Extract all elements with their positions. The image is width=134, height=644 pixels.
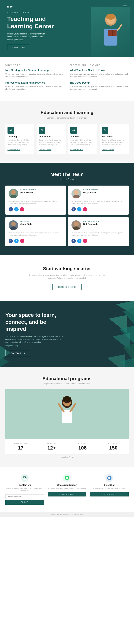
- whatsapp-icon: [64, 476, 70, 480]
- feature-title-1: New Strategies for Teacher Learning: [5, 69, 64, 72]
- programs-person-svg: [51, 392, 83, 439]
- svg-marker-23: [120, 326, 134, 344]
- twitter-icon-bob[interactable]: t: [14, 207, 18, 212]
- live-chat-button[interactable]: LIVE CHART: [90, 492, 129, 496]
- edu-card-text-2: Sample text. Click to select the text bo…: [39, 139, 64, 146]
- team-info-mary: COACH MEMBER Mary Smith: [83, 189, 99, 194]
- team-subtitle: Image by Freepik: [5, 178, 129, 180]
- inspire-contact-button[interactable]: CONTACT US: [5, 350, 30, 356]
- edu-card-num-2: 02: [39, 127, 46, 134]
- inspire-title: Your space to learn, connect, and be ins…: [5, 312, 66, 332]
- footer-section: Contact Us Dignissim sodales ut eu sem. …: [0, 467, 134, 512]
- learn-more-1[interactable]: LEARN MORE: [8, 149, 20, 150]
- team-desc-bob: Glue amet lorem dolore molestie amet id …: [8, 200, 62, 205]
- stat-projects: PROJECTS 150: [98, 439, 129, 454]
- team-avatar-mary: [72, 189, 81, 198]
- team-social-mary: f t i: [72, 207, 126, 212]
- twitter-icon-jonh[interactable]: t: [14, 239, 18, 243]
- team-social-bob: f t i: [8, 207, 62, 212]
- instagram-icon-jonh[interactable]: i: [20, 239, 24, 243]
- whatsapp-button[interactable]: +51-345-678-89689: [48, 492, 86, 496]
- learn-more-3[interactable]: LEARN MORE: [70, 149, 83, 150]
- whatsapp-icon-wrap: [63, 474, 71, 482]
- team-avatar-bob: [8, 189, 18, 198]
- edu-card-text-1: Sample text. Click to select the text bo…: [8, 139, 32, 146]
- svg-marker-29: [0, 356, 9, 367]
- stat-clients: CLIENTS 108: [67, 439, 98, 454]
- instagram-icon-nat[interactable]: i: [83, 239, 87, 243]
- team-info-nat: PHOTOGRAPHER Nat Reynolds: [83, 220, 99, 226]
- programs-section: Educational programs Dignissim sodales u…: [0, 367, 134, 467]
- team-card-mary: COACH MEMBER Mary Smith Glue amet lorem …: [68, 186, 129, 215]
- svg-marker-21: [123, 308, 134, 324]
- svg-point-15: [11, 222, 16, 226]
- footer-livechat-col: Live Chat The fastest way to get in touc…: [90, 474, 129, 505]
- what-we-do-left: WHAT WE DO New Strategies for Teacher Le…: [5, 64, 64, 94]
- feature-text-2: Ut enim ad minim veniam, quis nostrud ex…: [5, 85, 64, 90]
- contact-icon: [22, 476, 27, 480]
- svg-point-40: [74, 403, 76, 404]
- team-role-nat: PHOTOGRAPHER: [83, 220, 99, 222]
- learn-more-4[interactable]: LEARN MORE: [102, 149, 114, 150]
- twitter-icon-nat[interactable]: t: [77, 239, 82, 243]
- edu-card-4: 04 Resources Sample text. Click to selec…: [100, 124, 129, 154]
- team-card-header-jonh: MANAGER Jonh Rich: [8, 220, 62, 230]
- footer-livechat-title: Live Chat: [90, 484, 129, 486]
- instagram-icon-mary[interactable]: i: [83, 207, 87, 212]
- feature-text-1: Ut enim ad minim veniam, quis nostrud ex…: [5, 73, 64, 78]
- edu-card-2: 02 Innovations Sample text. Click to sel…: [37, 124, 66, 154]
- hero-person-image: [91, 7, 130, 57]
- instagram-icon-bob[interactable]: i: [20, 207, 24, 212]
- svg-line-5: [118, 25, 122, 31]
- smarter-title: Start working smarter: [5, 266, 129, 272]
- facebook-icon-bob[interactable]: f: [8, 207, 13, 212]
- edu-card-text-4: Sample text. Click to select the text bo…: [102, 139, 126, 146]
- footer-contact-text: Dignissim sodales ut eu sem. Amet luctus…: [5, 488, 44, 492]
- team-info-bob: COACH MEMBER Bob Brown: [20, 189, 36, 194]
- email-input[interactable]: [5, 494, 44, 499]
- team-card-nat: PHOTOGRAPHER Nat Reynolds Glue amet lore…: [68, 217, 129, 246]
- discover-button[interactable]: DISCOVER MORE: [52, 284, 82, 290]
- stat-awards-label: AWARDS WON: [7, 442, 34, 444]
- education-section: Education and Learning Learning is somet…: [0, 101, 134, 163]
- svg-point-9: [11, 190, 16, 195]
- team-desc-nat: Glue amet lorem dolore molestie amet id …: [72, 232, 126, 237]
- svg-marker-22: [109, 315, 127, 333]
- learn-more-2[interactable]: LEARN MORE: [39, 149, 52, 150]
- feature-text-4: Ut enim ad minim veniam, quis nostrud ex…: [70, 85, 129, 90]
- team-name-jonh: Jonh Rich: [20, 223, 32, 226]
- programs-subtitle: Dignissim sodales ut eu sem. Amet luctus…: [5, 382, 129, 385]
- team-social-nat: f t i: [72, 239, 126, 243]
- team-role-bob: COACH MEMBER: [20, 189, 36, 190]
- facebook-icon-jonh[interactable]: f: [8, 239, 13, 243]
- svg-marker-27: [120, 358, 134, 367]
- hero-title: Teaching and Learning Center: [7, 15, 57, 30]
- team-desc-jonh: Glue amet lorem dolore molestie amet id …: [8, 232, 62, 237]
- footer-contact-col: Contact Us Dignissim sodales ut eu sem. …: [5, 474, 44, 505]
- submit-button[interactable]: SUBMIT: [5, 500, 44, 505]
- feature-text-3: Ut enim ad minim veniam, quis nostrud ex…: [70, 73, 129, 78]
- education-cards: 01 Teaching Sample text. Click to select…: [5, 124, 129, 154]
- twitter-icon-mary[interactable]: t: [77, 207, 82, 212]
- hero-contact-button[interactable]: CONTACT US: [7, 45, 29, 50]
- edu-card-num-1: 01: [8, 127, 14, 134]
- inspire-desc: Sample text. Click to select the text bo…: [5, 335, 66, 344]
- stat-years-value: 12+: [38, 445, 65, 451]
- education-subtitle: Learning is something we do almost every…: [5, 117, 129, 119]
- svg-marker-20: [116, 301, 134, 315]
- bottom-bar-text: Sample text. Click to select the Text El…: [51, 514, 83, 516]
- svg-marker-24: [112, 333, 130, 351]
- stats-row: AWARDS WON 17 XP YEARS 12+ CLIENTS 108 P…: [5, 439, 129, 454]
- facebook-icon-nat[interactable]: f: [72, 239, 76, 243]
- stat-projects-value: 150: [100, 445, 127, 451]
- feature-title-3: What Teachers Need to Know: [70, 69, 129, 72]
- team-name-nat: Nat Reynolds: [83, 223, 99, 226]
- programs-img-credit: Images from Freepik: [5, 456, 129, 458]
- svg-point-18: [74, 222, 78, 226]
- facebook-icon-mary[interactable]: f: [72, 207, 76, 212]
- svg-point-47: [110, 478, 110, 478]
- professional-learning-label: PROFESSIONAL LEARNING: [70, 64, 129, 66]
- livechat-icon-wrap: [106, 474, 113, 482]
- svg-marker-26: [107, 354, 125, 367]
- stat-awards-value: 17: [7, 445, 34, 451]
